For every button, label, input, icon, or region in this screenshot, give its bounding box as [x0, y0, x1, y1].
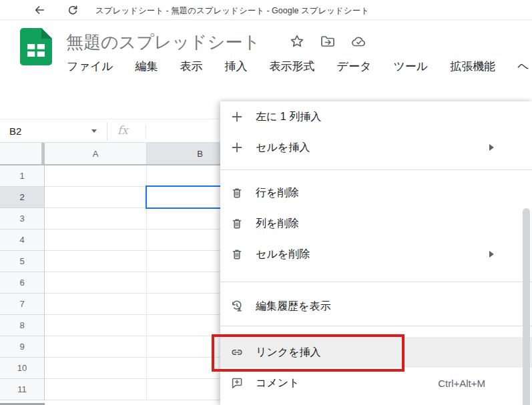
- menu-insert[interactable]: 挿入: [225, 59, 248, 74]
- menu-divider: [220, 169, 532, 170]
- row-header[interactable]: 10: [0, 358, 45, 379]
- star-icon[interactable]: [289, 33, 305, 49]
- move-folder-icon[interactable]: [320, 33, 336, 49]
- menu-tools[interactable]: ツール: [393, 59, 428, 74]
- menu-item-insert-cells[interactable]: セルを挿入: [220, 132, 532, 163]
- grid-cell[interactable]: [45, 358, 147, 379]
- row-header[interactable]: 5: [0, 251, 45, 272]
- history-icon: [230, 300, 244, 313]
- menu-divider: [220, 326, 532, 326]
- row-header[interactable]: 7: [0, 294, 45, 315]
- browser-bar: スプレッドシート - 無題のスプレッドシート - Google スプレッドシート: [0, 0, 532, 20]
- fx-icon: fx: [117, 123, 128, 137]
- row-header[interactable]: 11: [0, 379, 45, 400]
- refresh-icon[interactable]: [67, 4, 79, 16]
- menu-item-delete-cells[interactable]: セルを削除: [220, 239, 532, 270]
- select-all-corner[interactable]: [0, 143, 45, 164]
- column-header-a[interactable]: A: [45, 143, 147, 164]
- row-header[interactable]: 3: [0, 208, 45, 230]
- row-header[interactable]: 1: [0, 165, 45, 187]
- menu-view[interactable]: 表示: [180, 59, 203, 74]
- row-header[interactable]: 4: [0, 230, 45, 251]
- grid-cell[interactable]: [45, 187, 147, 208]
- menu-data[interactable]: データ: [337, 59, 372, 74]
- submenu-arrow-icon: [489, 251, 494, 258]
- document-title[interactable]: 無題のスプレッドシート: [66, 31, 260, 54]
- row-header[interactable]: 2: [0, 187, 45, 208]
- menu-item-comment[interactable]: コメント Ctrl+Alt+M: [220, 368, 532, 398]
- row-header[interactable]: 8: [0, 315, 45, 336]
- menu-divider: [220, 282, 532, 282]
- name-box-caret-icon[interactable]: [91, 129, 97, 133]
- menu-item-label: リンクを挿入: [256, 346, 321, 360]
- trash-icon: [230, 186, 244, 199]
- browser-tab-title: スプレッドシート - 無題のスプレッドシート - Google スプレッドシート: [95, 5, 369, 17]
- name-box[interactable]: B2: [9, 125, 21, 137]
- menu-item-label: コメント: [256, 376, 300, 390]
- menu-item-delete-row[interactable]: 行を削除: [220, 177, 532, 208]
- row-header[interactable]: 6: [0, 272, 45, 294]
- submenu-arrow-icon: [489, 144, 494, 151]
- grid-cell[interactable]: [45, 336, 147, 358]
- menu-item-show-edit-history[interactable]: 編集履歴を表示: [220, 291, 532, 322]
- menu-help[interactable]: ヘ: [517, 59, 529, 74]
- cloud-status-icon[interactable]: [350, 33, 367, 49]
- menu-item-delete-column[interactable]: 列を削除: [220, 208, 532, 239]
- separator: [107, 122, 107, 141]
- plus-icon: [230, 141, 244, 154]
- menu-file[interactable]: ファイル: [67, 59, 113, 74]
- menu-format[interactable]: 表示形式: [270, 59, 315, 74]
- trash-icon: [230, 217, 244, 230]
- back-icon[interactable]: [33, 4, 45, 16]
- menu-extensions[interactable]: 拡張機能: [450, 59, 495, 74]
- grid-cell[interactable]: [45, 251, 147, 272]
- grid-cell[interactable]: [45, 230, 147, 251]
- menu-scrollbar-thumb[interactable]: [523, 208, 530, 405]
- grid-cell[interactable]: [45, 379, 147, 400]
- grid-cell[interactable]: [45, 315, 147, 336]
- menu-item-insert-column-left[interactable]: 左に 1 列挿入: [220, 101, 532, 132]
- menu-item-label: 行を削除: [256, 186, 298, 200]
- menu-item-label: セルを削除: [256, 248, 310, 262]
- link-icon: [230, 346, 244, 359]
- sheets-logo-icon[interactable]: [20, 28, 52, 65]
- grid-cell[interactable]: [45, 208, 147, 230]
- plus-icon: [230, 110, 244, 123]
- cell-context-menu: 左に 1 列挿入 セルを挿入 行を削除 列を削除 セルを削除 編集履歴を表示 リ…: [220, 101, 532, 405]
- grid-cell[interactable]: [45, 294, 147, 315]
- menu-item-shortcut: Ctrl+Alt+M: [438, 378, 485, 389]
- comment-icon: [230, 376, 244, 390]
- row-header[interactable]: 9: [0, 336, 45, 358]
- separator: [146, 125, 146, 138]
- menu-edit[interactable]: 編集: [136, 59, 158, 74]
- menu-item-label: 編集履歴を表示: [256, 300, 330, 314]
- menubar: ファイル 編集 表示 挿入 表示形式 データ ツール 拡張機能 ヘ: [67, 59, 529, 74]
- menu-item-label: 列を削除: [256, 217, 298, 231]
- menu-item-insert-link[interactable]: リンクを挿入: [220, 337, 532, 368]
- trash-icon: [230, 248, 244, 261]
- grid-cell[interactable]: [45, 272, 147, 294]
- menu-item-label: 左に 1 列挿入: [256, 110, 321, 124]
- menu-item-label: セルを挿入: [256, 141, 310, 155]
- grid-cell[interactable]: [45, 165, 147, 187]
